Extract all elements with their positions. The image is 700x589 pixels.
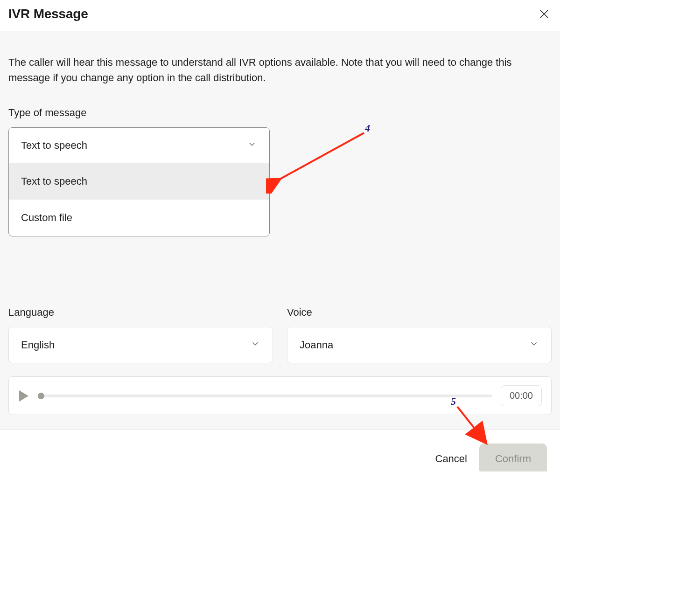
voice-label: Voice [287, 306, 552, 319]
language-voice-row: Language English Voice Joanna [8, 306, 552, 363]
audio-player: 00:00 [8, 376, 552, 415]
voice-column: Voice Joanna [287, 306, 552, 363]
option-label: Custom file [21, 212, 72, 223]
option-label: Text to speech [21, 175, 87, 187]
language-column: Language English [8, 306, 273, 363]
modal-footer: Cancel Confirm [0, 429, 560, 471]
cancel-button[interactable]: Cancel [435, 453, 467, 465]
modal-body: The caller will hear this message to und… [0, 31, 560, 429]
voice-selected-text: Joanna [300, 339, 333, 351]
voice-select[interactable]: Joanna [287, 327, 552, 363]
play-icon[interactable] [18, 389, 29, 402]
chevron-down-icon [250, 339, 260, 352]
ivr-message-modal: IVR Message The caller will hear this me… [0, 0, 560, 471]
audio-time: 00:00 [501, 385, 542, 406]
chevron-down-icon [247, 139, 257, 152]
audio-track-thumb[interactable] [38, 393, 44, 399]
confirm-button[interactable]: Confirm [479, 443, 547, 471]
type-of-message-selected[interactable]: Text to speech [9, 128, 269, 163]
annotation-label-5: 5 [451, 395, 456, 408]
type-of-message-selected-text: Text to speech [21, 139, 87, 152]
modal-description: The caller will hear this message to und… [8, 55, 552, 85]
type-option-text-to-speech[interactable]: Text to speech [9, 163, 269, 200]
modal-header: IVR Message [0, 0, 560, 31]
type-of-message-dropdown: Text to speech Text to speech Custom fil… [8, 127, 270, 236]
annotation-label-4: 4 [365, 122, 370, 134]
type-option-custom-file[interactable]: Custom file [9, 200, 269, 236]
language-selected-text: English [21, 339, 55, 351]
language-label: Language [8, 306, 273, 319]
type-of-message-select-open: Text to speech Text to speech Custom fil… [8, 127, 270, 236]
language-select[interactable]: English [8, 327, 273, 363]
audio-track[interactable] [38, 395, 492, 397]
chevron-down-icon [529, 339, 539, 352]
modal-title: IVR Message [8, 7, 88, 21]
close-icon[interactable] [537, 7, 552, 21]
type-of-message-label: Type of message [8, 107, 552, 119]
